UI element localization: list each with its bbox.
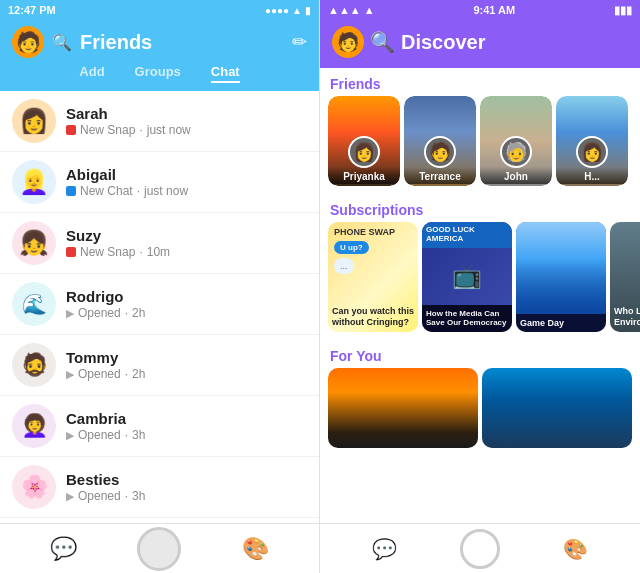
avatar: 🌸 (12, 465, 56, 509)
list-item[interactable]: PHONE SWAP U up? ... Can you watch this … (328, 222, 418, 332)
play-icon: ▶ (66, 368, 74, 381)
search-icon[interactable]: 🔍 (370, 30, 395, 54)
chat-name: Abigail (66, 166, 307, 183)
badge: U up? (334, 241, 369, 254)
camera-shutter[interactable] (137, 527, 181, 571)
card-title: PHONE SWAP (334, 228, 395, 238)
nav-chat[interactable]: Chat (211, 64, 240, 83)
list-item[interactable]: 👱‍♀️ Abigail New Chat · just now (0, 152, 319, 213)
nav-add[interactable]: Add (79, 64, 104, 83)
chat-name: Besties (66, 471, 307, 488)
list-item[interactable]: Game Day (516, 222, 606, 332)
card-header-text: GOOD LUCK AMERICA (426, 226, 508, 244)
list-item[interactable]: Who L... This H... Enviro... (610, 222, 640, 332)
list-item[interactable]: 👩‍🦱 Cambria ▶ Opened · 3h (0, 396, 319, 457)
right-panel: ▲▲▲ ▲ 9:41 AM ▮▮▮ 🧑 🔍 Discover Friends 👩… (320, 0, 640, 573)
list-item[interactable]: 🌸 Besties ▶ Opened · 3h (0, 457, 319, 518)
list-item[interactable]: 👧 Suzy New Snap · 10m (0, 213, 319, 274)
chat-sub: ▶ Opened · 2h (66, 367, 307, 381)
friend-card-image: 👩 Priyanka (328, 96, 400, 186)
chat-name: Suzy (66, 227, 307, 244)
chat-sub: New Snap · just now (66, 123, 307, 137)
left-panel: 12:47 PM ●●●● ▲ ▮ 🧑 🔍 Friends ✏ Add Grou… (0, 0, 320, 573)
chat-time: 2h (132, 367, 145, 381)
for-you-section-label: For You (320, 340, 640, 368)
chat-time: 3h (132, 489, 145, 503)
chat-time: 10m (147, 245, 170, 259)
play-icon: ▶ (66, 429, 74, 442)
snap-badge (66, 125, 76, 135)
chat-sub: New Snap · 10m (66, 245, 307, 259)
list-item[interactable]: GOOD LUCK AMERICA 📺 How the Media Can Sa… (422, 222, 512, 332)
chat-list: 👩 Sarah New Snap · just now 👱‍♀️ Abigail… (0, 91, 319, 523)
media-card: GOOD LUCK AMERICA 📺 How the Media Can Sa… (422, 222, 512, 332)
camera-shutter[interactable] (460, 529, 500, 569)
card-caption: Can you watch this without Cringing? (332, 306, 414, 328)
avatar: 👩‍🦱 (12, 404, 56, 448)
list-item[interactable]: 👩 Sarah New Snap · just now (0, 91, 319, 152)
list-item[interactable]: 👩 H... (556, 96, 628, 186)
friend-card-image: 🧑 Terrance (404, 96, 476, 186)
play-icon: ▶ (66, 490, 74, 503)
card-caption: Game Day (516, 314, 606, 332)
tv-icon: 📺 (452, 262, 482, 290)
list-item[interactable]: 🧑 Terrance (404, 96, 476, 186)
chat-name: Sarah (66, 105, 307, 122)
friend-name: Priyanka (328, 167, 400, 184)
chat-info: Abigail New Chat · just now (66, 166, 307, 198)
avatar: 🧔 (12, 343, 56, 387)
left-nav: Add Groups Chat (0, 58, 319, 91)
chat-tab-icon[interactable]: 💬 (50, 536, 77, 562)
card-header: GOOD LUCK AMERICA (422, 222, 512, 248)
chat-sub: ▶ Opened · 3h (66, 489, 307, 503)
battery-icon: ▮ (305, 5, 311, 16)
avatar: 👩 (576, 136, 608, 168)
discover-title: 🔍 Discover (370, 30, 486, 54)
friend-card-image: 👩 H... (556, 96, 628, 186)
stories-icon[interactable]: 🎨 (563, 537, 588, 561)
card-visual: 📺 (422, 248, 512, 305)
user-avatar[interactable]: 🧑 (12, 26, 44, 58)
list-item[interactable]: 👩 Priyanka (328, 96, 400, 186)
right-time: 9:41 AM (473, 4, 515, 16)
list-item[interactable]: 🧓 John (480, 96, 552, 186)
card-caption: Who L... This H... Enviro... (614, 306, 640, 328)
right-status-bar: ▲▲▲ ▲ 9:41 AM ▮▮▮ (320, 0, 640, 20)
avatar: 🌊 (12, 282, 56, 326)
subscriptions-row: PHONE SWAP U up? ... Can you watch this … (320, 222, 640, 340)
stories-icon[interactable]: 🎨 (242, 536, 269, 562)
signal-icon: ▲▲▲ (328, 4, 361, 16)
new-chat-icon[interactable]: ✏ (292, 31, 307, 53)
chat-info: Besties ▶ Opened · 3h (66, 471, 307, 503)
right-user-avatar[interactable]: 🧑 (332, 26, 364, 58)
right-bottom-bar: 💬 🎨 (320, 523, 640, 573)
card-bottom: How the Media Can Save Our Democracy (422, 305, 512, 332)
list-item[interactable] (482, 368, 632, 448)
friends-section-label: Friends (320, 68, 640, 96)
avatar: 👱‍♀️ (12, 160, 56, 204)
search-icon[interactable]: 🔍 (52, 33, 72, 52)
list-item[interactable]: 🧔 Tommy ▶ Opened · 2h (0, 335, 319, 396)
avatar: 👩 (12, 99, 56, 143)
list-item[interactable] (328, 368, 478, 448)
chat-name: Cambria (66, 410, 307, 427)
battery-icon: ▮▮▮ (614, 4, 632, 17)
left-bottom-bar: 💬 🎨 (0, 523, 319, 573)
chat-info: Cambria ▶ Opened · 3h (66, 410, 307, 442)
chat-icon[interactable]: 💬 (372, 537, 397, 561)
friends-row: 👩 Priyanka 🧑 Terrance 🧓 (320, 96, 640, 194)
avatar: 👩 (348, 136, 380, 168)
page-title: Friends (80, 31, 152, 54)
chat-time: just now (144, 184, 188, 198)
nav-groups[interactable]: Groups (135, 64, 181, 83)
game-day-card: Game Day (516, 222, 606, 332)
list-item[interactable]: 🏔 Samantha G. ⬚ Received · 5h (0, 518, 319, 523)
chat-time: just now (147, 123, 191, 137)
friend-name: Terrance (404, 167, 476, 184)
chat-status: New Snap (80, 245, 135, 259)
signal-icon: ●●●● (265, 5, 289, 16)
chat-sub: ▶ Opened · 2h (66, 306, 307, 320)
discover-content: Friends 👩 Priyanka 🧑 Terrance (320, 68, 640, 573)
wifi-icon: ▲ (292, 5, 302, 16)
list-item[interactable]: 🌊 Rodrigo ▶ Opened · 2h (0, 274, 319, 335)
